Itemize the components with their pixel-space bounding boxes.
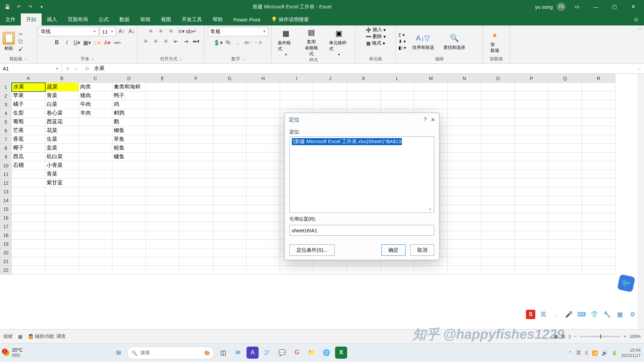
cell[interactable] <box>247 187 280 196</box>
col-header-F[interactable]: F <box>179 74 213 83</box>
maximize-icon[interactable]: ▢ <box>607 0 622 13</box>
cell[interactable] <box>515 144 548 153</box>
cell[interactable] <box>45 187 79 196</box>
view-layout-icon[interactable]: ▤ <box>561 334 565 339</box>
cell[interactable] <box>280 100 314 109</box>
cell[interactable] <box>79 231 112 240</box>
cell[interactable] <box>45 231 79 240</box>
cell[interactable] <box>247 83 280 92</box>
cell[interactable]: 鸭子 <box>112 92 146 100</box>
cell[interactable] <box>213 196 247 205</box>
select-all-cell[interactable] <box>0 74 12 83</box>
cell[interactable] <box>179 214 213 222</box>
cell[interactable] <box>79 214 112 222</box>
cell[interactable] <box>481 109 515 118</box>
cell[interactable] <box>213 170 247 179</box>
cell[interactable] <box>448 153 481 161</box>
cell[interactable] <box>213 179 247 187</box>
cell[interactable] <box>247 196 280 205</box>
cell[interactable] <box>582 161 615 170</box>
ime-keyboard-icon[interactable]: ⌨ <box>577 310 586 319</box>
formula-input[interactable]: 水果 <box>92 65 107 72</box>
cell[interactable]: 香蕉 <box>12 135 45 144</box>
cell[interactable] <box>79 126 112 135</box>
cell[interactable] <box>179 92 213 100</box>
ok-button[interactable]: 确定 <box>381 244 406 256</box>
align-bottom-icon[interactable]: ≡ <box>167 27 175 36</box>
cell[interactable] <box>481 196 515 205</box>
sogou-icon[interactable]: S <box>526 310 535 319</box>
cell[interactable] <box>247 222 280 231</box>
cell[interactable] <box>179 126 213 135</box>
cell[interactable] <box>146 266 179 275</box>
cell[interactable] <box>548 161 582 170</box>
cell[interactable] <box>146 92 179 100</box>
row-header-1[interactable]: 1 <box>0 83 12 92</box>
cell[interactable]: 小青菜 <box>45 161 79 170</box>
cell[interactable] <box>381 100 414 109</box>
col-header-O[interactable]: O <box>481 74 515 83</box>
row-header-17[interactable]: 17 <box>0 222 12 231</box>
undo-icon[interactable]: ↶ <box>15 3 23 11</box>
cell[interactable]: 生梨 <box>12 109 45 118</box>
cell[interactable] <box>548 187 582 196</box>
col-header-N[interactable]: N <box>448 74 481 83</box>
cell[interactable] <box>12 187 45 196</box>
cell[interactable]: 杭白菜 <box>45 153 79 161</box>
row-header-8[interactable]: 8 <box>0 144 12 153</box>
cell[interactable] <box>247 92 280 100</box>
cell[interactable] <box>582 92 615 100</box>
close-icon[interactable]: ✕ <box>626 0 641 13</box>
cell[interactable] <box>481 214 515 222</box>
cell[interactable]: 西蓝花 <box>45 118 79 126</box>
cell[interactable] <box>179 100 213 109</box>
cell[interactable] <box>179 187 213 196</box>
cell[interactable] <box>213 118 247 126</box>
cell[interactable] <box>280 266 314 275</box>
cell[interactable] <box>515 118 548 126</box>
tab-视图[interactable]: 视图 <box>156 13 176 25</box>
cell[interactable] <box>146 118 179 126</box>
cell[interactable] <box>548 92 582 100</box>
app-icon-3[interactable]: G <box>291 347 303 359</box>
cell[interactable] <box>179 161 213 170</box>
cell[interactable] <box>582 100 615 109</box>
dialog-close-icon[interactable]: ✕ <box>431 117 435 123</box>
excel-taskbar-icon[interactable]: X <box>335 347 347 359</box>
cell[interactable] <box>515 83 548 92</box>
cell[interactable]: 水果 <box>12 83 45 92</box>
cell[interactable] <box>112 187 146 196</box>
row-header-20[interactable]: 20 <box>0 248 12 257</box>
col-header-M[interactable]: M <box>414 74 448 83</box>
cell[interactable] <box>146 187 179 196</box>
cell[interactable] <box>213 153 247 161</box>
align-center-icon[interactable]: ≡ <box>152 37 160 46</box>
row-header-10[interactable]: 10 <box>0 161 12 170</box>
cell[interactable] <box>515 135 548 144</box>
collapse-ribbon-icon[interactable]: ⌃ <box>636 25 644 63</box>
ime-grid-icon[interactable]: ▦ <box>615 310 625 319</box>
cell[interactable]: 禽类和海鲜 <box>112 83 146 92</box>
cell[interactable] <box>247 100 280 109</box>
ime-punct-icon[interactable]: ， <box>551 310 561 319</box>
cell[interactable] <box>79 161 112 170</box>
reference-input[interactable] <box>289 225 434 236</box>
cell[interactable] <box>515 214 548 222</box>
cell[interactable] <box>79 135 112 144</box>
cell[interactable]: 紫甘蓝 <box>45 179 79 187</box>
name-box[interactable]: A1▼ <box>0 64 62 74</box>
cell[interactable] <box>448 83 481 92</box>
cell[interactable] <box>582 144 615 153</box>
merge-button[interactable]: ⬌▾ <box>192 37 201 46</box>
cell[interactable] <box>12 196 45 205</box>
cell[interactable] <box>247 214 280 222</box>
cell[interactable]: 卷心菜 <box>45 109 79 118</box>
align-top-icon[interactable]: ≡ <box>147 27 155 36</box>
cell[interactable] <box>515 126 548 135</box>
format-painter-icon[interactable]: 🖌 <box>17 46 24 52</box>
cell[interactable] <box>146 248 179 257</box>
task-view-icon[interactable]: ◫ <box>217 347 229 359</box>
cell[interactable] <box>515 266 548 275</box>
cell[interactable]: 猪肉 <box>79 92 112 100</box>
paste-icon[interactable] <box>3 32 15 45</box>
